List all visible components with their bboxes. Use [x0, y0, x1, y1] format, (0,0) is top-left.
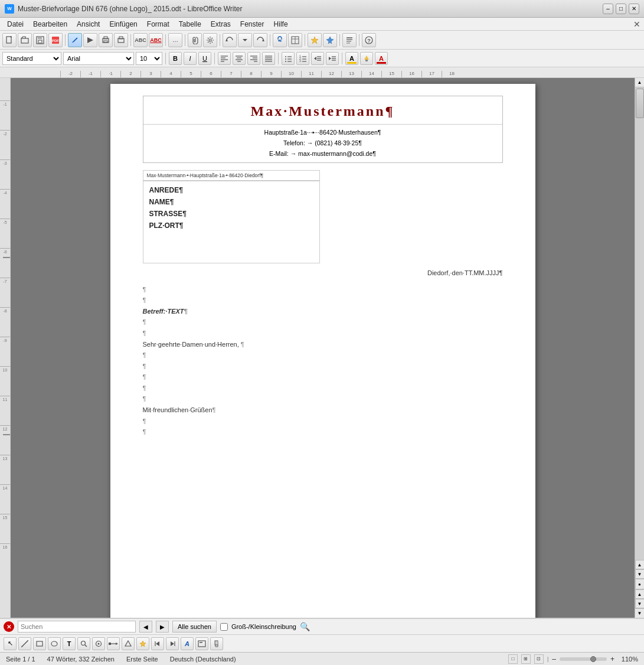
redo-button[interactable] — [253, 33, 267, 47]
format-sep-2 — [214, 53, 215, 64]
close-button[interactable]: ✕ — [629, 4, 639, 14]
search-close-button[interactable]: ✕ — [4, 621, 14, 632]
configure-button[interactable] — [203, 33, 217, 47]
view-web-button[interactable]: ⊞ — [521, 654, 531, 664]
text-tool-button[interactable]: T — [63, 637, 76, 650]
menu-hilfe[interactable]: Hilfe — [269, 19, 293, 30]
ruler-mark: 10 — [281, 71, 301, 77]
star-button[interactable] — [308, 33, 322, 47]
open-button[interactable] — [18, 33, 32, 47]
view-book-button[interactable]: ⊡ — [534, 654, 544, 664]
spellcheck2-button[interactable]: ABC — [149, 33, 163, 47]
pdf-button[interactable]: PDF — [48, 33, 63, 47]
next-tool-button[interactable] — [166, 637, 179, 650]
select-tool-button[interactable]: ↖ — [4, 637, 17, 650]
ellipse-tool-button[interactable] — [48, 637, 61, 650]
scroll-page-down-button[interactable]: ▼ — [635, 599, 645, 608]
shape-tool-button[interactable] — [122, 637, 135, 650]
minimize-button[interactable]: – — [603, 4, 613, 14]
help-button[interactable]: ? — [362, 33, 376, 47]
line-tool-button[interactable] — [18, 637, 31, 650]
scroll-up2-button[interactable]: ▲ — [635, 560, 645, 569]
print2-button[interactable] — [114, 33, 128, 47]
paint-button[interactable] — [210, 637, 223, 650]
hyperlink-button[interactable] — [273, 33, 287, 47]
styles-button[interactable] — [342, 33, 357, 47]
menu-tabelle[interactable]: Tabelle — [174, 19, 206, 30]
indent-increase-button[interactable] — [326, 52, 339, 65]
print-preview-button[interactable] — [83, 33, 97, 47]
scroll-down2-button[interactable]: ▼ — [635, 608, 645, 618]
save-button[interactable] — [33, 33, 47, 47]
italic-button[interactable]: I — [184, 52, 197, 65]
menu-fenster[interactable]: Fenster — [236, 19, 269, 30]
search-input[interactable] — [18, 621, 136, 633]
menu-ansicht[interactable]: Ansicht — [72, 19, 104, 30]
search-next-button[interactable]: ▶ — [156, 621, 169, 633]
undo-list-button[interactable] — [238, 33, 252, 47]
zoom-thumb[interactable] — [590, 656, 596, 662]
svg-marker-16 — [243, 39, 247, 41]
scroll-up-button[interactable]: ▲ — [635, 78, 645, 87]
scroll-down-button[interactable]: ▼ — [635, 569, 645, 579]
print-button[interactable] — [99, 33, 113, 47]
bold-button[interactable]: B — [169, 52, 182, 65]
menu-format[interactable]: Format — [142, 19, 174, 30]
find-all-button[interactable]: Alle suchen — [172, 621, 217, 633]
menu-extras[interactable]: Extras — [206, 19, 236, 30]
scroll-thumb[interactable] — [636, 89, 644, 118]
attach-button[interactable] — [188, 33, 202, 47]
textbox-button[interactable] — [195, 637, 208, 650]
toolbar-sep-8 — [339, 34, 340, 46]
font-color-button[interactable]: A — [375, 52, 388, 65]
new-button[interactable] — [2, 33, 17, 47]
letter-header: Max·Mustermann¶ Hauptstraße·1a···•···864… — [143, 96, 503, 163]
scroll-middle-button[interactable]: ● — [635, 579, 645, 589]
scroll-page-up-button[interactable]: ▲ — [635, 589, 645, 599]
document-area[interactable]: Max·Mustermann¶ Hauptstraße·1a···•···864… — [11, 78, 635, 618]
ruler-mark: 11 — [301, 71, 321, 77]
more1-button[interactable]: … — [168, 33, 182, 47]
zoom-slider[interactable] — [560, 657, 607, 661]
svg-rect-86 — [215, 641, 218, 645]
align-center-button[interactable] — [233, 52, 246, 65]
curve-tool-button[interactable] — [92, 637, 105, 650]
size-select[interactable]: 10 — [136, 52, 162, 65]
star-shape-button[interactable] — [136, 637, 149, 650]
case-sensitive-checkbox[interactable] — [220, 623, 228, 631]
align-justify-button[interactable] — [262, 52, 275, 65]
align-left-button[interactable] — [218, 52, 231, 65]
menu-close-button[interactable]: ✕ — [633, 19, 640, 29]
table-button[interactable] — [288, 33, 302, 47]
zoom-tool-button[interactable] — [77, 637, 90, 650]
char-color-bg-button[interactable]: A — [345, 52, 358, 65]
zoom-minus-button[interactable]: – — [552, 655, 556, 663]
list-ordered-button[interactable]: 1.2.3. — [296, 52, 309, 65]
zoom-plus-button[interactable]: + — [610, 655, 614, 663]
rect-tool-button[interactable] — [33, 637, 46, 650]
menu-datei[interactable]: Datei — [2, 19, 28, 30]
search-prev-button[interactable]: ◀ — [139, 621, 152, 633]
list-unordered-button[interactable] — [282, 52, 295, 65]
ruler-mark: 4 — [161, 71, 181, 77]
style-select[interactable]: Standard — [2, 52, 61, 65]
body-content[interactable]: ¶ ¶ Betreff:·TEXT¶ ¶ ¶ Sehr·geehrte·Dame… — [143, 285, 503, 438]
underline-button[interactable]: U — [198, 52, 211, 65]
prev-tool-button[interactable] — [151, 637, 164, 650]
char-highlight-button[interactable] — [360, 52, 373, 65]
align-right-button[interactable] — [247, 52, 260, 65]
fontwork-button[interactable]: A — [181, 637, 194, 650]
wizard-button[interactable] — [323, 33, 337, 47]
menu-einfuegen[interactable]: Einfügen — [104, 19, 142, 30]
view-normal-button[interactable]: □ — [508, 654, 518, 664]
font-select[interactable]: Arial — [63, 52, 134, 65]
recipient-block[interactable]: ANREDE¶ NAME¶ STRASSE¶ PLZ·ORT¶ — [143, 181, 320, 263]
restore-button[interactable]: □ — [616, 4, 626, 14]
indent-decrease-button[interactable] — [311, 52, 324, 65]
spellcheck-button[interactable]: ABC — [133, 33, 148, 47]
edit-button[interactable] — [68, 33, 82, 47]
menu-bearbeiten[interactable]: Bearbeiten — [28, 19, 72, 30]
connector-tool-button[interactable] — [107, 637, 120, 650]
ruler-mark: 16 — [401, 71, 421, 77]
undo-button[interactable] — [223, 33, 237, 47]
